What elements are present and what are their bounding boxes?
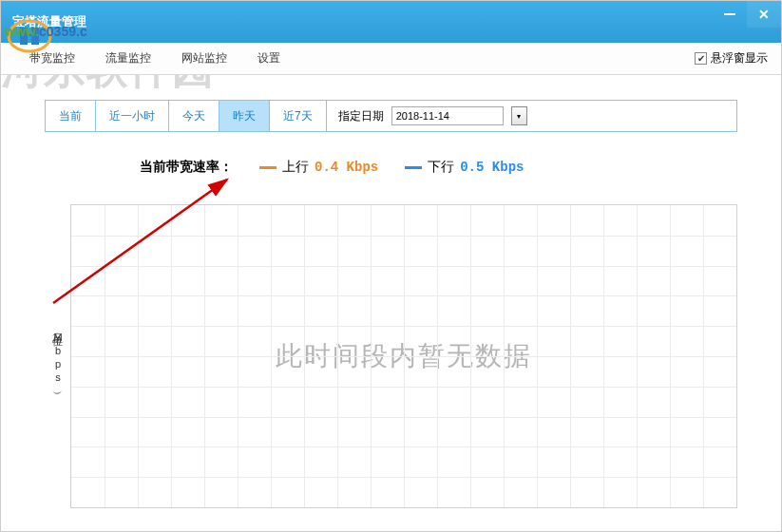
tab-today[interactable]: 今天 bbox=[169, 101, 219, 131]
chart-y-axis-label: 单位（Mbps） bbox=[45, 326, 70, 387]
watermark-url: www.c0359.c bbox=[5, 24, 87, 39]
close-button[interactable]: ✕ bbox=[747, 1, 781, 28]
titlebar: 宝塔流量管理 ✕ bbox=[1, 1, 781, 43]
tab-yesterday[interactable]: 昨天 bbox=[219, 101, 270, 131]
upload-value: 0.4 Kbps bbox=[315, 160, 378, 175]
upload-legend-line bbox=[259, 166, 277, 169]
menu-website[interactable]: 网站监控 bbox=[166, 43, 242, 74]
menu-traffic[interactable]: 流量监控 bbox=[90, 43, 166, 74]
float-label: 悬浮窗显示 bbox=[711, 50, 768, 66]
chart-area: 此时间段内暂无数据 bbox=[70, 204, 737, 508]
download-legend-line bbox=[405, 166, 422, 169]
upload-label: 上行 bbox=[282, 159, 309, 176]
tab-current[interactable]: 当前 bbox=[46, 101, 96, 131]
time-tabs: 当前 近一小时 今天 昨天 近7天 指定日期 ▾ bbox=[45, 100, 737, 132]
menubar: 带宽监控 流量监控 网站监控 设置 ✔ 悬浮窗显示 bbox=[1, 43, 781, 75]
float-checkbox[interactable]: ✔ bbox=[695, 52, 707, 65]
menu-bandwidth[interactable]: 带宽监控 bbox=[14, 43, 90, 74]
download-label: 下行 bbox=[428, 159, 454, 176]
tab-last-hour[interactable]: 近一小时 bbox=[96, 101, 169, 131]
rate-prefix: 当前带宽速率： bbox=[140, 159, 233, 176]
bandwidth-rate: 当前带宽速率： 上行 0.4 Kbps 下行 0.5 Kbps bbox=[45, 159, 737, 176]
minimize-button[interactable] bbox=[713, 1, 747, 28]
date-label: 指定日期 bbox=[338, 108, 384, 124]
download-value: 0.5 Kbps bbox=[460, 160, 524, 175]
date-picker-button[interactable]: ▾ bbox=[511, 106, 527, 125]
tab-7days[interactable]: 近7天 bbox=[270, 101, 327, 131]
date-input[interactable] bbox=[391, 106, 504, 125]
menu-settings[interactable]: 设置 bbox=[242, 43, 296, 74]
